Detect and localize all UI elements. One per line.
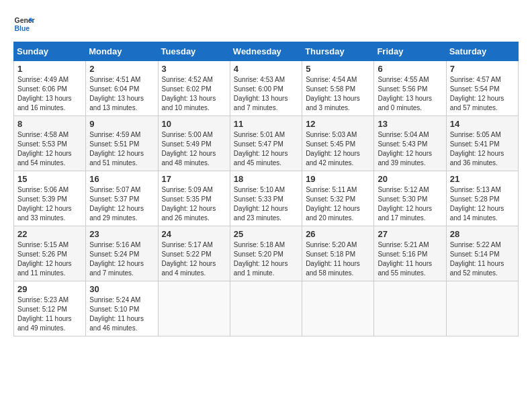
day-info: Sunrise: 5:24 AM Sunset: 5:10 PM Dayligh… [89,295,154,333]
day-cell: 5Sunrise: 4:54 AM Sunset: 5:58 PM Daylig… [302,61,374,116]
day-cell: 24Sunrise: 5:17 AM Sunset: 5:22 PM Dayli… [158,226,230,281]
day-info: Sunrise: 5:13 AM Sunset: 5:28 PM Dayligh… [450,185,515,223]
day-cell: 25Sunrise: 5:18 AM Sunset: 5:20 PM Dayli… [230,226,302,281]
day-number: 22 [17,229,82,239]
week-row-4: 22Sunrise: 5:15 AM Sunset: 5:26 PM Dayli… [14,226,519,281]
day-info: Sunrise: 5:12 AM Sunset: 5:30 PM Dayligh… [378,185,442,223]
day-cell: 20Sunrise: 5:12 AM Sunset: 5:30 PM Dayli… [374,171,446,226]
day-info: Sunrise: 4:52 AM Sunset: 6:02 PM Dayligh… [162,75,226,113]
day-cell: 6Sunrise: 4:55 AM Sunset: 5:56 PM Daylig… [374,61,446,116]
day-number: 29 [17,284,82,294]
day-cell [230,281,302,336]
day-number: 13 [378,119,442,129]
day-info: Sunrise: 4:57 AM Sunset: 5:54 PM Dayligh… [450,75,515,113]
day-info: Sunrise: 5:07 AM Sunset: 5:37 PM Dayligh… [89,185,154,223]
day-number: 4 [234,64,298,74]
day-number: 30 [89,284,154,294]
day-info: Sunrise: 4:54 AM Sunset: 5:58 PM Dayligh… [306,75,370,113]
week-row-3: 15Sunrise: 5:06 AM Sunset: 5:39 PM Dayli… [14,171,519,226]
day-cell: 18Sunrise: 5:10 AM Sunset: 5:33 PM Dayli… [230,171,302,226]
day-info: Sunrise: 5:20 AM Sunset: 5:18 PM Dayligh… [306,240,370,278]
day-number: 26 [306,229,370,239]
day-number: 7 [450,64,515,74]
day-number: 11 [234,119,298,129]
header-saturday: Saturday [446,42,518,61]
week-row-1: 1Sunrise: 4:49 AM Sunset: 6:06 PM Daylig… [14,61,519,116]
day-cell: 4Sunrise: 4:53 AM Sunset: 6:00 PM Daylig… [230,61,302,116]
day-info: Sunrise: 5:04 AM Sunset: 5:43 PM Dayligh… [378,130,442,168]
day-cell: 8Sunrise: 4:58 AM Sunset: 5:53 PM Daylig… [14,116,86,171]
day-number: 12 [306,119,370,129]
day-cell: 7Sunrise: 4:57 AM Sunset: 5:54 PM Daylig… [446,61,518,116]
day-cell [158,281,230,336]
header-thursday: Thursday [302,42,374,61]
day-number: 16 [89,174,154,184]
day-cell: 16Sunrise: 5:07 AM Sunset: 5:37 PM Dayli… [86,171,158,226]
day-info: Sunrise: 4:51 AM Sunset: 6:04 PM Dayligh… [89,75,154,113]
day-info: Sunrise: 4:55 AM Sunset: 5:56 PM Dayligh… [378,75,442,113]
day-number: 21 [450,174,515,184]
day-number: 6 [378,64,442,74]
day-cell: 27Sunrise: 5:21 AM Sunset: 5:16 PM Dayli… [374,226,446,281]
day-cell: 15Sunrise: 5:06 AM Sunset: 5:39 PM Dayli… [14,171,86,226]
day-cell: 3Sunrise: 4:52 AM Sunset: 6:02 PM Daylig… [158,61,230,116]
day-info: Sunrise: 5:22 AM Sunset: 5:14 PM Dayligh… [450,240,515,278]
day-cell: 13Sunrise: 5:04 AM Sunset: 5:43 PM Dayli… [374,116,446,171]
header-sunday: Sunday [14,42,86,61]
day-info: Sunrise: 5:18 AM Sunset: 5:20 PM Dayligh… [234,240,298,278]
day-info: Sunrise: 5:10 AM Sunset: 5:33 PM Dayligh… [234,185,298,223]
day-info: Sunrise: 5:00 AM Sunset: 5:49 PM Dayligh… [162,130,226,168]
day-info: Sunrise: 5:09 AM Sunset: 5:35 PM Dayligh… [162,185,226,223]
week-row-5: 29Sunrise: 5:23 AM Sunset: 5:12 PM Dayli… [14,281,519,336]
day-number: 23 [89,229,154,239]
day-number: 2 [89,64,154,74]
day-cell: 12Sunrise: 5:03 AM Sunset: 5:45 PM Dayli… [302,116,374,171]
day-number: 8 [17,119,82,129]
svg-text:Blue: Blue [15,25,30,32]
header-monday: Monday [86,42,158,61]
day-info: Sunrise: 5:21 AM Sunset: 5:16 PM Dayligh… [378,240,442,278]
day-info: Sunrise: 5:03 AM Sunset: 5:45 PM Dayligh… [306,130,370,168]
day-info: Sunrise: 5:06 AM Sunset: 5:39 PM Dayligh… [17,185,82,223]
day-info: Sunrise: 5:17 AM Sunset: 5:22 PM Dayligh… [162,240,226,278]
day-info: Sunrise: 4:49 AM Sunset: 6:06 PM Dayligh… [17,75,82,113]
day-cell: 21Sunrise: 5:13 AM Sunset: 5:28 PM Dayli… [446,171,518,226]
day-cell [302,281,374,336]
day-cell: 28Sunrise: 5:22 AM Sunset: 5:14 PM Dayli… [446,226,518,281]
logo: General Blue [13,13,35,35]
calendar-table: SundayMondayTuesdayWednesdayThursdayFrid… [13,42,519,336]
day-cell [374,281,446,336]
day-number: 1 [17,64,82,74]
day-number: 28 [450,229,515,239]
day-cell: 2Sunrise: 4:51 AM Sunset: 6:04 PM Daylig… [86,61,158,116]
day-number: 27 [378,229,442,239]
day-info: Sunrise: 4:59 AM Sunset: 5:51 PM Dayligh… [89,130,154,168]
day-info: Sunrise: 5:23 AM Sunset: 5:12 PM Dayligh… [17,295,82,333]
page-header: General Blue [13,13,519,35]
day-cell: 11Sunrise: 5:01 AM Sunset: 5:47 PM Dayli… [230,116,302,171]
day-number: 24 [162,229,226,239]
day-cell: 19Sunrise: 5:11 AM Sunset: 5:32 PM Dayli… [302,171,374,226]
day-number: 18 [234,174,298,184]
day-info: Sunrise: 5:01 AM Sunset: 5:47 PM Dayligh… [234,130,298,168]
day-cell: 17Sunrise: 5:09 AM Sunset: 5:35 PM Dayli… [158,171,230,226]
day-info: Sunrise: 5:05 AM Sunset: 5:41 PM Dayligh… [450,130,515,168]
logo-icon: General Blue [13,13,35,35]
day-info: Sunrise: 5:11 AM Sunset: 5:32 PM Dayligh… [306,185,370,223]
header-tuesday: Tuesday [158,42,230,61]
header-friday: Friday [374,42,446,61]
header-row: SundayMondayTuesdayWednesdayThursdayFrid… [14,42,519,61]
day-number: 17 [162,174,226,184]
day-info: Sunrise: 5:16 AM Sunset: 5:24 PM Dayligh… [89,240,154,278]
day-number: 3 [162,64,226,74]
day-cell: 29Sunrise: 5:23 AM Sunset: 5:12 PM Dayli… [14,281,86,336]
day-cell: 26Sunrise: 5:20 AM Sunset: 5:18 PM Dayli… [302,226,374,281]
day-number: 19 [306,174,370,184]
day-cell: 10Sunrise: 5:00 AM Sunset: 5:49 PM Dayli… [158,116,230,171]
day-number: 10 [162,119,226,129]
week-row-2: 8Sunrise: 4:58 AM Sunset: 5:53 PM Daylig… [14,116,519,171]
day-cell: 23Sunrise: 5:16 AM Sunset: 5:24 PM Dayli… [86,226,158,281]
day-number: 25 [234,229,298,239]
day-cell: 30Sunrise: 5:24 AM Sunset: 5:10 PM Dayli… [86,281,158,336]
day-number: 15 [17,174,82,184]
